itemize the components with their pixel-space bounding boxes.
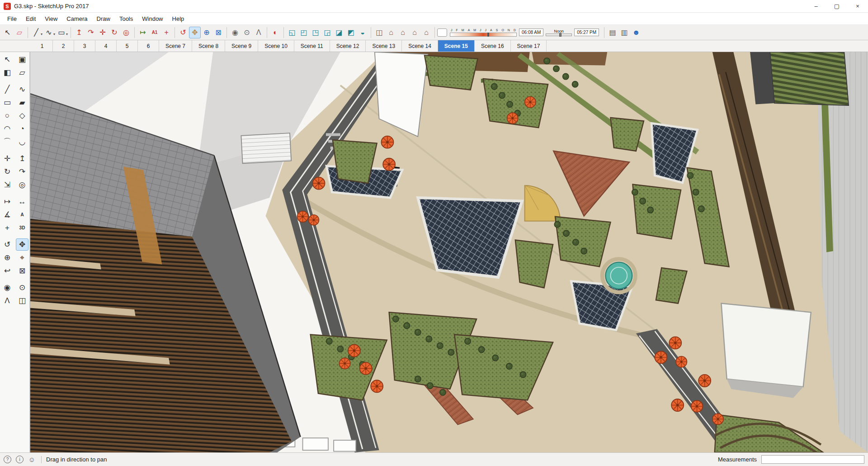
people-panel-button[interactable]: ☻ bbox=[630, 27, 642, 38]
palette-push-pull-tool[interactable]: ↥ bbox=[16, 152, 28, 165]
palette-scale-tool[interactable]: ⇲ bbox=[1, 179, 14, 191]
tags-panel-button[interactable]: ▥ bbox=[618, 27, 630, 38]
maximize-button[interactable]: ▢ bbox=[826, 0, 847, 12]
palette-zoom-window-tool[interactable]: ⌖ bbox=[16, 252, 28, 264]
palette-circle-tool[interactable]: ○ bbox=[1, 109, 14, 122]
palette-zoom-previous-tool[interactable]: ↩ bbox=[1, 265, 14, 277]
scene-tab-16[interactable]: Scene 16 bbox=[475, 40, 511, 52]
freehand-tool-dropdown[interactable]: ▾ bbox=[53, 32, 55, 36]
shadows-toggle[interactable]: ◐ bbox=[269, 27, 281, 38]
tape-measure-tool[interactable]: ↦ bbox=[137, 27, 149, 38]
palette-dimension-tool[interactable]: ↔ bbox=[16, 195, 28, 208]
palette-2pt-arc-tool[interactable]: ◠ bbox=[1, 123, 14, 135]
shadow-time-track[interactable] bbox=[546, 33, 572, 36]
scene-tab-2[interactable]: 2 bbox=[53, 40, 74, 52]
palette-3d-text-tool[interactable]: 3D bbox=[16, 222, 28, 234]
model-canvas[interactable] bbox=[30, 52, 868, 452]
geolocation-icon[interactable]: ? bbox=[4, 456, 11, 463]
style-white-swatch[interactable] bbox=[437, 29, 447, 37]
minimize-button[interactable]: – bbox=[806, 0, 826, 12]
palette-make-component-tool[interactable]: ▣ bbox=[16, 53, 28, 66]
palette-tape-measure-tool[interactable]: ↦ bbox=[1, 195, 14, 208]
trim-tool[interactable]: ◪ bbox=[333, 27, 345, 38]
palette-axes-tool[interactable]: + bbox=[1, 222, 14, 234]
menu-edit[interactable]: Edit bbox=[21, 14, 40, 24]
shadow-date-strip[interactable]: J F M A M J J A S O N D bbox=[450, 29, 517, 37]
palette-text-tool[interactable]: A bbox=[16, 209, 28, 221]
palette-move-tool[interactable]: ✛ bbox=[1, 152, 14, 165]
push-pull-tool[interactable]: ↥ bbox=[73, 27, 85, 38]
palette-zoom-tool[interactable]: ⊕ bbox=[1, 252, 14, 264]
menu-draw[interactable]: Draw bbox=[92, 14, 115, 24]
palette-look-around-tool[interactable]: ⊙ bbox=[16, 281, 28, 294]
palette-pan-tool[interactable]: ✥ bbox=[16, 238, 28, 251]
scene-tab-3[interactable]: 3 bbox=[74, 40, 95, 52]
menu-tools[interactable]: Tools bbox=[115, 14, 137, 24]
export-image-button[interactable]: ▤ bbox=[607, 27, 618, 38]
scene-tab-17[interactable]: Scene 17 bbox=[511, 40, 547, 52]
zoom-extents-tool[interactable]: ⊠ bbox=[212, 27, 224, 38]
palette-rotated-rectangle-tool[interactable]: ▰ bbox=[16, 96, 28, 109]
menu-help[interactable]: Help bbox=[168, 14, 189, 24]
scene-tab-9[interactable]: Scene 9 bbox=[225, 40, 258, 52]
intersect-tool[interactable]: ◰ bbox=[298, 27, 310, 38]
palette-arc-tool[interactable]: ⌒ bbox=[1, 136, 14, 148]
scene-tab-13[interactable]: Scene 13 bbox=[366, 40, 402, 52]
orbit-tool[interactable]: ↺ bbox=[177, 27, 189, 38]
scene-tab-12[interactable]: Scene 12 bbox=[330, 40, 366, 52]
palette-follow-me-tool[interactable]: ↷ bbox=[16, 166, 28, 178]
scene-tab-14[interactable]: Scene 14 bbox=[402, 40, 438, 52]
menu-file[interactable]: File bbox=[3, 14, 21, 24]
scene-tab-5[interactable]: 5 bbox=[117, 40, 138, 52]
palette-polygon-tool[interactable]: ◇ bbox=[16, 109, 28, 122]
palette-freehand-tool[interactable]: ∿ bbox=[16, 83, 28, 95]
shadow-date-slider[interactable] bbox=[450, 33, 517, 37]
rotate-tool[interactable]: ↻ bbox=[108, 27, 120, 38]
palette-line-tool[interactable]: ╱ bbox=[1, 83, 14, 95]
credits-icon[interactable]: i bbox=[16, 456, 24, 463]
union-tool[interactable]: ◳ bbox=[310, 27, 321, 38]
close-button[interactable]: × bbox=[847, 0, 868, 12]
section-plane-tool[interactable]: ◫ bbox=[373, 27, 385, 38]
menu-window[interactable]: Window bbox=[137, 14, 167, 24]
palette-protractor-tool[interactable]: ∡ bbox=[1, 209, 14, 221]
palette-walk-tool[interactable]: Λ bbox=[1, 295, 14, 307]
palette-3pt-arc-tool[interactable]: ◡ bbox=[16, 136, 28, 148]
axes-tool[interactable]: + bbox=[160, 27, 172, 38]
split-tool[interactable]: ◩ bbox=[345, 27, 357, 38]
palette-zoom-extents-tool[interactable]: ⊠ bbox=[16, 265, 28, 277]
zoom-tool[interactable]: ⊕ bbox=[201, 27, 212, 38]
look-around-tool[interactable]: ⊙ bbox=[241, 27, 253, 38]
palette-offset-tool[interactable]: ◎ bbox=[16, 179, 28, 191]
scene-tab-7[interactable]: Scene 7 bbox=[159, 40, 192, 52]
measurements-input[interactable] bbox=[761, 455, 864, 464]
palette-section-plane-tool[interactable]: ◫ bbox=[16, 295, 28, 307]
scene-tab-10[interactable]: Scene 10 bbox=[258, 40, 294, 52]
move-tool[interactable]: ✛ bbox=[97, 27, 108, 38]
palette-rectangle-tool[interactable]: ▭ bbox=[1, 96, 14, 109]
soften-edges-tool[interactable]: ◒ bbox=[357, 27, 368, 38]
outer-shell-tool[interactable]: ◱ bbox=[286, 27, 298, 38]
view-iso-button[interactable]: ⌂ bbox=[385, 27, 397, 38]
shadow-time-slider[interactable]: Noon bbox=[546, 29, 572, 36]
palette-orbit-tool[interactable]: ↺ bbox=[1, 238, 14, 251]
view-side-button[interactable]: ⌂ bbox=[420, 27, 432, 38]
shadow-time-slider-handle[interactable] bbox=[559, 33, 561, 37]
offset-tool[interactable]: ◎ bbox=[120, 27, 132, 38]
palette-select-tool[interactable]: ↖ bbox=[1, 53, 14, 66]
scene-tab-6[interactable]: 6 bbox=[138, 40, 159, 52]
menu-camera[interactable]: Camera bbox=[62, 14, 92, 24]
scene-tab-15-active[interactable]: Scene 15 bbox=[438, 40, 475, 52]
scene-tab-8[interactable]: Scene 8 bbox=[192, 40, 225, 52]
dimension-tool[interactable]: A1 bbox=[149, 27, 160, 38]
model-viewport[interactable] bbox=[30, 52, 868, 452]
palette-pie-tool[interactable]: ◔ bbox=[16, 123, 28, 135]
position-camera-tool[interactable]: ◉ bbox=[229, 27, 241, 38]
palette-position-camera-tool[interactable]: ◉ bbox=[1, 281, 14, 294]
rectangle-tool-dropdown[interactable]: ▾ bbox=[66, 32, 68, 36]
palette-rotate-tool[interactable]: ↻ bbox=[1, 166, 14, 178]
select-tool[interactable]: ↖ bbox=[2, 27, 14, 38]
view-front-button[interactable]: ⌂ bbox=[409, 27, 420, 38]
view-top-button[interactable]: ⌂ bbox=[397, 27, 409, 38]
palette-paint-bucket-tool[interactable]: ◧ bbox=[1, 67, 14, 79]
